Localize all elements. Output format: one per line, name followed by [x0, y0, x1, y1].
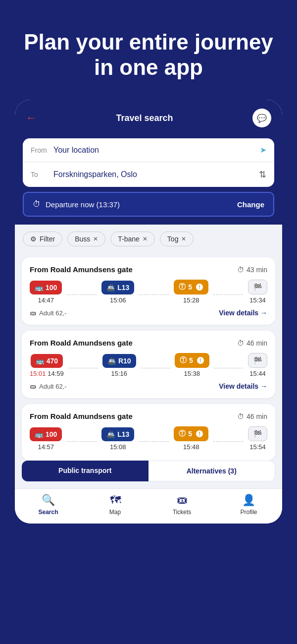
- ticket-price-1: Adult 62,-: [39, 309, 67, 317]
- leg-flag: 🏁 15:34: [248, 280, 267, 304]
- ticket-info-2: 🎟 Adult 62,-: [30, 383, 67, 390]
- metro-icon: Ⓣ: [179, 429, 186, 438]
- clock-icon: ⏱: [33, 200, 41, 209]
- departure-button[interactable]: ⏱ Departure now (13:37) Change: [23, 192, 274, 217]
- leg-train-l13-3: 🚢 L13 15:08: [101, 427, 134, 451]
- close-icon[interactable]: ✕: [93, 235, 98, 242]
- map-tab-icon: 🗺: [110, 494, 121, 507]
- leg-time-r10: 15:16: [111, 370, 128, 377]
- warning-badge: !: [196, 283, 203, 291]
- train-icon: 🚢: [106, 430, 115, 438]
- tooltip-bar: Public transport Alternatives (3): [15, 461, 282, 488]
- leg-time-metro-3: 15:48: [183, 443, 199, 451]
- ticket-icon: 🎟: [30, 309, 36, 317]
- journey-2-footer: 🎟 Adult 62,- View details →: [30, 382, 267, 390]
- swap-icon[interactable]: ⇅: [259, 169, 266, 180]
- phone-inner: ← Travel search 💬 From Your location ➤ T…: [15, 100, 282, 524]
- leg-time-flag-3: 15:54: [249, 443, 266, 451]
- hero-title: Plan your entire journey in one app: [20, 30, 277, 80]
- journey-2-from: From Roald Amundsens gate: [30, 339, 133, 347]
- flag-badge: 🏁: [248, 280, 267, 294]
- chat-button[interactable]: 💬: [252, 109, 271, 127]
- clock-icon: ⏱: [237, 266, 244, 274]
- journey-1-from: From Roald Amundsens gate: [30, 265, 133, 274]
- bus-badge: 🚌 100: [30, 281, 62, 294]
- bus-badge-470: 🚌 470: [31, 354, 63, 368]
- chat-icon: 💬: [257, 114, 267, 123]
- train-icon: 🚢: [107, 357, 116, 365]
- change-button[interactable]: Change: [237, 200, 264, 209]
- tooltip-alternatives[interactable]: Alternatives (3): [148, 461, 276, 481]
- filter-chip-tog[interactable]: Tog ✕: [160, 232, 194, 246]
- ticket-icon-2: 🎟: [30, 383, 36, 390]
- close-icon[interactable]: ✕: [143, 235, 148, 242]
- ticket-price-2: Adult 62,-: [39, 383, 67, 390]
- from-label: From: [31, 146, 49, 154]
- filter-chip-tbane[interactable]: T-bane ✕: [110, 232, 155, 246]
- app-header-title: Travel search: [116, 113, 173, 123]
- clock-icon: ⏱: [237, 412, 244, 420]
- filter-tbane-label: T-bane: [118, 235, 140, 243]
- leg-metro-5-2: Ⓣ 5 ! 15:38: [175, 353, 209, 377]
- metro-icon: Ⓣ: [179, 283, 186, 292]
- tab-search-label: Search: [38, 509, 58, 516]
- leg-time-4: 15:34: [249, 296, 266, 304]
- metro-badge: Ⓣ 5 !: [174, 280, 208, 294]
- journey-1-footer: 🎟 Adult 62,- View details →: [30, 309, 267, 317]
- connector: [139, 441, 169, 442]
- journey-1-header: From Roald Amundsens gate ⏱ 43 min: [30, 265, 267, 274]
- tab-map[interactable]: 🗺 Map: [98, 494, 133, 516]
- app-header: ← Travel search 💬: [15, 100, 282, 138]
- connector: [139, 294, 169, 295]
- leg-train-l13: 🚢 L13 15:06: [101, 281, 134, 304]
- view-details-1[interactable]: View details →: [219, 309, 267, 317]
- journey-card-3: From Roald Amundsens gate ⏱ 46 min 🚌 100…: [22, 404, 275, 461]
- connector: [69, 368, 98, 368]
- metro-badge-2: Ⓣ 5 !: [175, 353, 209, 368]
- leg-time-l13-3: 15:08: [110, 443, 126, 451]
- tab-profile[interactable]: 👤 Profile: [232, 494, 266, 516]
- from-row[interactable]: From Your location ➤: [23, 138, 274, 162]
- leg-bus-470: 🚌 470 15:01 14:59: [30, 354, 64, 377]
- metro-icon: Ⓣ: [180, 356, 187, 365]
- to-row[interactable]: To Forskningsparken, Oslo ⇅: [23, 162, 274, 187]
- connector: [67, 294, 97, 295]
- back-button[interactable]: ←: [26, 112, 37, 124]
- connector: [213, 441, 243, 442]
- phone-card: ← Travel search 💬 From Your location ➤ T…: [15, 100, 282, 524]
- filter-chip-main[interactable]: ⚙ Filter: [23, 232, 62, 246]
- leg-time-3: 15:28: [183, 296, 199, 304]
- departure-info: ⏱ Departure now (13:37): [33, 200, 120, 209]
- connector: [214, 368, 243, 368]
- leg-time-100-3: 14:57: [38, 443, 54, 451]
- journey-1-transport-row: 🚌 100 14:47 🚢 L13 15:06 Ⓣ 5: [30, 280, 267, 304]
- journey-2-header: From Roald Amundsens gate ⏱ 46 min: [30, 339, 267, 347]
- to-value: Forskningsparken, Oslo: [53, 170, 254, 179]
- leg-time-470: 15:01 14:59: [30, 370, 64, 377]
- connector: [67, 441, 97, 442]
- filter-chip-buss[interactable]: Buss ✕: [67, 232, 105, 246]
- departure-text: Departure now (13:37): [46, 200, 120, 209]
- filter-bar: ⚙ Filter Buss ✕ T-bane ✕ Tog ✕: [15, 225, 282, 253]
- leg-time-2: 15:06: [110, 296, 126, 304]
- leg-flag-2: 🏁 15:44: [248, 353, 267, 377]
- tab-tickets[interactable]: 🎟 Tickets: [165, 494, 199, 516]
- tab-map-label: Map: [109, 509, 121, 516]
- train-icon: 🚢: [106, 284, 115, 292]
- journey-list: From Roald Amundsens gate ⏱ 43 min 🚌 100…: [15, 253, 282, 461]
- tab-profile-label: Profile: [240, 509, 257, 516]
- journey-3-header: From Roald Amundsens gate ⏱ 46 min: [30, 412, 267, 420]
- leg-metro-5-3: Ⓣ 5 ! 15:48: [174, 426, 208, 451]
- tooltip-public-transport[interactable]: Public transport: [22, 461, 148, 481]
- view-details-2[interactable]: View details →: [219, 382, 267, 390]
- tab-search[interactable]: 🔍 Search: [31, 494, 66, 516]
- journey-3-duration: ⏱ 46 min: [237, 412, 267, 420]
- journey-1-duration: ⏱ 43 min: [237, 266, 267, 274]
- journey-2-transport-row: 🚌 470 15:01 14:59 🚢 R10 15:16: [30, 353, 267, 377]
- close-icon[interactable]: ✕: [181, 235, 186, 242]
- warning-badge-2: !: [197, 356, 204, 364]
- search-form: From Your location ➤ To Forskningsparken…: [15, 138, 282, 225]
- journey-3-from: From Roald Amundsens gate: [30, 412, 133, 420]
- flag-badge-3: 🏁: [248, 426, 267, 441]
- from-value: Your location: [53, 146, 255, 155]
